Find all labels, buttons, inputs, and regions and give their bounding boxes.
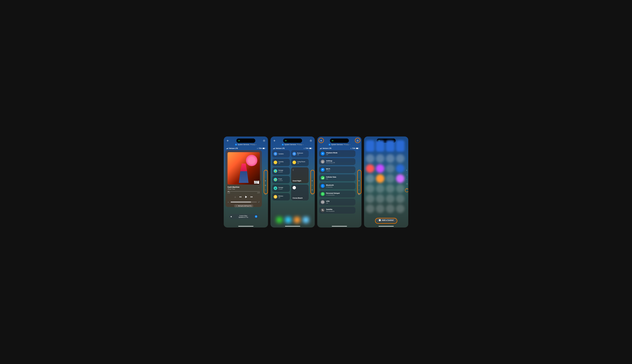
cellular-icon <box>321 176 324 180</box>
plug-icon: ⚡ <box>292 161 296 164</box>
new-page-icon[interactable]: ◌ <box>406 188 408 190</box>
satellite-icon: 🛰 <box>321 208 324 212</box>
location-icon <box>282 144 284 146</box>
chevron-right-icon: › <box>350 144 350 146</box>
volume-slider[interactable]: 🔈 🔊 <box>228 201 260 203</box>
album-art: PARENTALADVISORYEXPLICIT CONTENT <box>228 152 260 184</box>
page-indicator[interactable]: ♥ ♫ ⌂ ⦿ <box>310 178 314 197</box>
page-indicator[interactable]: ♥ ♫ ⌂ ⦿ <box>264 178 267 197</box>
power-icon[interactable] <box>356 140 359 142</box>
connectivity-page-icon[interactable]: ⦿ <box>311 193 313 195</box>
volume-low-icon: 🔈 <box>228 201 230 203</box>
hotspot-active-icon <box>238 140 240 142</box>
music-page-icon[interactable]: ♫ <box>311 184 313 186</box>
chevron-right-icon: › <box>256 144 257 146</box>
add-button[interactable] <box>226 140 229 142</box>
control-other-speakers[interactable]: ▣ Control Other Speakers & TVs 4 <box>229 214 258 219</box>
status-bar: Verizon LTE ♫71% <box>270 147 315 149</box>
battery-icon <box>262 148 266 149</box>
connectivity-page-icon[interactable]: ⦿ <box>264 193 266 195</box>
home-tile-garage-lock[interactable]: 🔒GarageLocked <box>272 167 290 175</box>
moon-icon: ☾ <box>292 169 307 171</box>
favorites-page-icon[interactable]: ♥ <box>358 180 360 182</box>
now-playing-card[interactable]: PARENTALADVISORYEXPLICIT CONTENT Cash Ma… <box>226 150 262 207</box>
signal-icon <box>273 148 275 149</box>
lock-icon: 🔒 <box>274 169 277 173</box>
conn-wifi[interactable]: Wi-FiTucks <box>319 166 356 173</box>
page-indicator[interactable]: ♥ ♫ ⌂ ⦿ ◌ <box>406 169 408 190</box>
connectivity-page-icon[interactable]: ⦿ <box>358 193 360 195</box>
hotspot-active-icon <box>285 140 287 142</box>
home-page-icon[interactable]: ⌂ <box>358 188 360 191</box>
airdrop-icon: ◎ <box>321 160 324 164</box>
star-icon[interactable]: ☆ <box>234 196 236 198</box>
hotspot-icon: ⦾ <box>321 192 324 196</box>
favorites-page-icon[interactable]: ♥ <box>311 180 313 182</box>
breadcrumb[interactable]: System Services Privacy › <box>224 144 268 146</box>
scene-goodnight[interactable]: ☾Good Night <box>291 167 309 183</box>
power-icon[interactable] <box>263 140 265 142</box>
phone-screen-home: System Services Privacy › Verizon LTE ♫7… <box>270 136 315 228</box>
output-device-pill[interactable]: ᯤ Michael's AirPods Pro <box>234 204 253 208</box>
home-tile-upstairs[interactable]: ✳Upstairs <box>272 150 290 158</box>
home-tile-laundry[interactable]: ⚡LaundryOff <box>272 159 290 166</box>
wifi-icon <box>321 168 324 172</box>
phone-screen-music: System Services Privacy › Verizon LTE ♫ … <box>224 136 268 228</box>
scrubber[interactable] <box>228 191 260 192</box>
add-control-button[interactable]: + Add a Control <box>376 218 396 222</box>
conn-hotspot[interactable]: ⦾Personal Hotspot1 Connection <box>319 190 356 198</box>
home-page-icon[interactable]: ⌂ <box>311 188 313 191</box>
rewind-button[interactable] <box>239 196 242 199</box>
favorites-page-icon[interactable]: ♥ <box>406 169 408 171</box>
music-page-icon[interactable]: ♫ <box>264 184 266 186</box>
home-page-icon[interactable]: ⌂ <box>406 178 408 180</box>
home-tile-livingroom[interactable]: ⚡Living RoomOff <box>291 159 309 166</box>
dynamic-island <box>283 138 302 143</box>
plug-icon: ⚡ <box>274 161 277 164</box>
music-page-icon[interactable]: ♫ <box>358 184 360 186</box>
home-tile-foyer[interactable]: 🔒FoyerLocked <box>272 176 290 183</box>
headphones-icon: ♫ <box>350 147 352 149</box>
dynamic-island <box>330 138 349 143</box>
home-tile-kitchen[interactable]: ◎KitchenOff <box>272 193 290 200</box>
play-button[interactable] <box>244 195 248 199</box>
forward-button[interactable] <box>250 196 253 199</box>
phone-screen-connectivity: System Services Privacy › Verizon LTE ♫7… <box>317 136 362 228</box>
headphones-icon: ♫ <box>304 147 305 149</box>
headphones-icon: ♫ <box>257 147 258 149</box>
battery-icon <box>309 148 312 149</box>
home-page-icon[interactable]: ⌂ <box>264 188 266 191</box>
conn-satellite[interactable]: 🛰SatelliteNot Available <box>319 207 356 214</box>
fan-icon: ✳ <box>274 152 277 156</box>
music-page-icon[interactable]: ♫ <box>406 174 408 176</box>
volume-high-icon: 🔊 <box>258 201 260 203</box>
location-icon <box>329 144 330 146</box>
conn-airdrop[interactable]: ◎AirDropReceiving Off <box>319 158 356 165</box>
breadcrumb[interactable]: System Services Privacy › <box>270 144 315 146</box>
conn-cellular[interactable]: Cellular DataOn <box>319 174 356 181</box>
chevron-right-icon: › <box>303 144 304 146</box>
conn-vpn[interactable]: VPNVPNOff <box>319 199 356 206</box>
time-remaining: -2:47 <box>257 192 260 194</box>
time-elapsed: 0:10 <box>228 192 230 194</box>
conn-airplane[interactable]: ✈Airplane ModeOff <box>319 150 356 157</box>
conn-bluetooth[interactable]: ᚼBluetooth2 Devices <box>319 182 356 189</box>
home-tile-garage-door[interactable]: ▦GarageClosed <box>272 184 290 192</box>
power-icon[interactable] <box>310 140 312 142</box>
dock-blur <box>273 217 312 226</box>
scene-cocoabeach[interactable]: ⌂Cocoa Beach <box>291 184 309 200</box>
more-icon[interactable]: ⋯ <box>258 186 260 188</box>
location-icon <box>235 144 237 146</box>
breadcrumb[interactable]: System Services Privacy › <box>317 144 362 146</box>
plus-circle-icon: + <box>379 219 381 221</box>
home-icon: ⌂ <box>292 186 296 189</box>
fan-icon: ✳ <box>292 152 296 156</box>
page-indicator[interactable]: ♥ ♫ ⌂ ⦿ <box>357 178 361 197</box>
add-button[interactable] <box>273 140 276 142</box>
connectivity-page-icon[interactable]: ⦿ <box>406 183 408 185</box>
home-tile-bedroom[interactable]: ✳BedroomOff <box>291 150 309 158</box>
airpods-icon: ᯤ <box>236 205 237 207</box>
track-artist: Oliver Tree <box>228 188 240 190</box>
add-button[interactable] <box>320 140 322 142</box>
favorites-page-icon[interactable]: ♥ <box>264 180 266 182</box>
